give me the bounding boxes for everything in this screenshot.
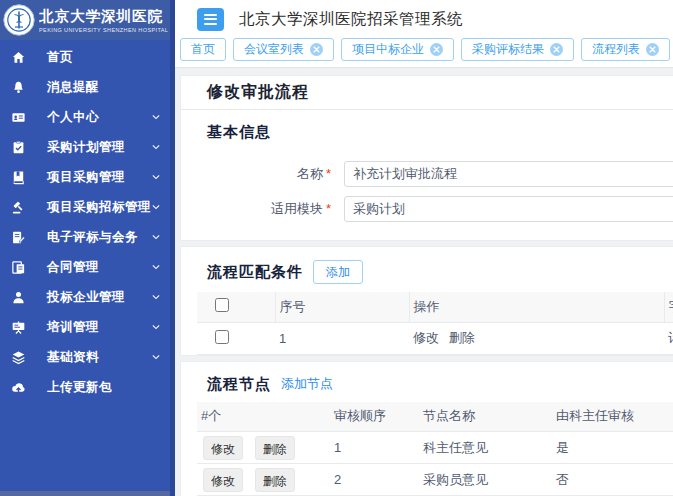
chevron-down-icon [151, 232, 161, 242]
content-area: 修改审批流程 基本信息 名称* 适用模块* 流程匹配条件 添加 [175, 69, 673, 496]
hospital-name-en: PEKING UNIVERSITY SHENZHEN HOSPITAL [39, 27, 168, 33]
table-header-row: 序号 操作 字 [197, 292, 673, 322]
sidebar-item-home[interactable]: 首页 [0, 42, 175, 72]
user-icon [11, 290, 26, 305]
cell-extra: 计 [664, 322, 673, 354]
delete-node-button[interactable]: 删除 [255, 468, 295, 492]
cell-dept-review: 否 [552, 464, 673, 496]
section-title-basic-info: 基本信息 [207, 123, 271, 142]
sidebar-item-e-evaluation[interactable]: 电子评标与会务 [0, 222, 175, 252]
gavel-icon [11, 200, 26, 215]
app-title: 北京大学深圳医院招采管理系统 [239, 9, 463, 30]
main-area: 北京大学深圳医院招采管理系统 首页 会议室列表 项目中标企业 采购评标结果 流程… [175, 0, 673, 496]
tab-meeting-room-list[interactable]: 会议室列表 [233, 38, 334, 61]
required-asterisk: * [326, 166, 331, 181]
sidebar-horizontal-scrollbar[interactable] [0, 491, 170, 496]
edit-node-button[interactable]: 修改 [203, 436, 243, 460]
select-all-checkbox[interactable] [215, 298, 229, 312]
sidebar-item-basic-data[interactable]: 基础资料 [0, 342, 175, 372]
presentation-icon [11, 320, 26, 335]
match-conditions-panel: 流程匹配条件 添加 序号 操作 字 1 [180, 246, 673, 356]
tab-bar: 首页 会议室列表 项目中标企业 采购评标结果 流程列表 [175, 38, 673, 68]
tab-close-icon[interactable] [646, 43, 659, 56]
required-asterisk: * [326, 201, 331, 216]
flow-nodes-table: #个 审核顺序 节点名称 由科主任审核 修改 删除 1 科主任意见 [197, 402, 673, 496]
chevron-down-icon [151, 292, 161, 302]
chevron-down-icon [151, 262, 161, 272]
tab-home[interactable]: 首页 [180, 38, 226, 61]
row-checkbox[interactable] [215, 330, 229, 344]
add-node-link[interactable]: 添加节点 [281, 375, 333, 393]
table-header-row: #个 审核顺序 节点名称 由科主任审核 [197, 402, 673, 432]
sidebar-item-bidder-management[interactable]: 投标企业管理 [0, 282, 175, 312]
contract-icon [11, 260, 26, 275]
sidebar-item-training[interactable]: 培训管理 [0, 312, 175, 342]
module-input[interactable] [344, 196, 673, 222]
tab-winning-bidders[interactable]: 项目中标企业 [341, 38, 454, 61]
clipboard-check-icon [11, 140, 26, 155]
module-field-label: 适用模块* [181, 200, 331, 218]
cell-seq: 1 [275, 322, 409, 354]
topbar: 北京大学深圳医院招采管理系统 [175, 0, 673, 38]
match-conditions-table: 序号 操作 字 1 修改 删除 计 [197, 292, 673, 355]
page-title: 修改审批流程 [207, 82, 309, 103]
section-title-match-conditions: 流程匹配条件 [207, 263, 303, 282]
hamburger-bar [204, 14, 217, 16]
table-row: 修改 删除 1 科主任意见 是 [197, 432, 673, 464]
hospital-logo: 北京大学深圳医院 PEKING UNIVERSITY SHENZHEN HOSP… [0, 0, 175, 40]
add-condition-button[interactable]: 添加 [313, 260, 363, 284]
chevron-down-icon [151, 352, 161, 362]
sidebar-item-project-procurement[interactable]: 项目采购管理 [0, 162, 175, 192]
hamburger-bar [204, 23, 217, 25]
sidebar-item-personal-center[interactable]: 个人中心 [0, 102, 175, 132]
document-edit-icon [11, 230, 26, 245]
column-header-order: 审核顺序 [330, 402, 419, 432]
column-header-extra: 字 [664, 292, 673, 322]
book-icon [11, 170, 26, 185]
bell-icon [11, 80, 26, 95]
cell-node-name: 科主任意见 [419, 432, 552, 464]
cell-order: 2 [330, 464, 419, 496]
chevron-down-icon [151, 322, 161, 332]
hospital-name: 北京大学深圳医院 [39, 7, 168, 26]
sidebar-menu: 首页 消息提醒 个人中心 采购计划管理 项目采购管理 [0, 40, 175, 402]
section-title-flow-nodes: 流程节点 [207, 375, 271, 394]
id-card-icon [11, 110, 26, 125]
delete-node-button[interactable]: 删除 [255, 436, 295, 460]
edit-link[interactable]: 修改 [413, 330, 439, 345]
flow-nodes-panel: 流程节点 添加节点 #个 审核顺序 节点名称 由科主任审核 修改 [180, 361, 673, 496]
tab-close-icon[interactable] [430, 43, 443, 56]
sidebar-item-project-bidding[interactable]: 项目采购招标管理 [0, 192, 175, 222]
edit-node-button[interactable]: 修改 [203, 468, 243, 492]
column-header-actions: 操作 [409, 292, 664, 322]
tab-process-list[interactable]: 流程列表 [581, 38, 670, 61]
column-header-seq: 序号 [275, 292, 409, 322]
basic-info-form: 名称* 适用模块* [181, 142, 673, 240]
sidebar-item-upload-update[interactable]: 上传更新包 [0, 372, 175, 402]
name-input[interactable] [344, 161, 673, 187]
column-header-ops: #个 [197, 402, 330, 432]
tab-close-icon[interactable] [550, 43, 563, 56]
tab-close-icon[interactable] [310, 43, 323, 56]
name-field-label: 名称* [181, 165, 331, 183]
hospital-emblem-icon [3, 4, 35, 36]
chevron-down-icon [151, 202, 161, 212]
chevron-down-icon [151, 172, 161, 182]
table-row: 修改 删除 2 采购员意见 否 [197, 464, 673, 496]
sidebar-toggle-button[interactable] [197, 8, 224, 31]
layers-icon [11, 350, 26, 365]
page-title-row: 修改审批流程 [181, 76, 673, 110]
sidebar-item-contract[interactable]: 合同管理 [0, 252, 175, 282]
chevron-down-icon [151, 142, 161, 152]
sidebar: 北京大学深圳医院 PEKING UNIVERSITY SHENZHEN HOSP… [0, 0, 175, 496]
column-header-dept-review: 由科主任审核 [552, 402, 673, 432]
table-row: 1 修改 删除 计 [197, 322, 673, 354]
cell-order: 1 [330, 432, 419, 464]
tab-evaluation-results[interactable]: 采购评标结果 [461, 38, 574, 61]
cell-dept-review: 是 [552, 432, 673, 464]
sidebar-item-messages[interactable]: 消息提醒 [0, 72, 175, 102]
home-icon [11, 50, 26, 65]
delete-link[interactable]: 删除 [449, 330, 475, 345]
cell-node-name: 采购员意见 [419, 464, 552, 496]
sidebar-item-procurement-plan[interactable]: 采购计划管理 [0, 132, 175, 162]
